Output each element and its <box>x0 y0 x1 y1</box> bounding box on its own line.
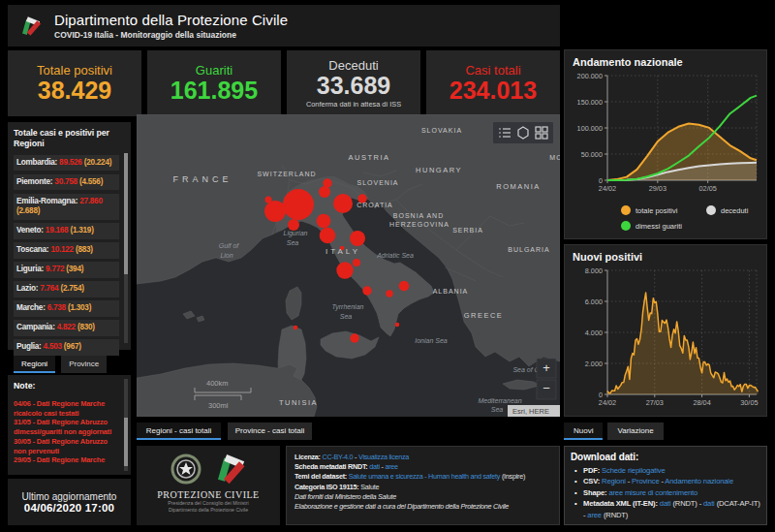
case-bubble[interactable] <box>264 201 286 222</box>
case-bubble[interactable] <box>350 333 358 342</box>
stat-guariti: Guariti 161.895 <box>147 50 281 116</box>
svg-text:02/05: 02/05 <box>699 184 717 193</box>
tab-nuovi[interactable]: Nuovi <box>564 422 603 440</box>
case-bubble[interactable] <box>386 290 392 297</box>
region-row[interactable]: Toscana: 10.122 (883) <box>14 242 119 259</box>
andamento-nazionale-panel: Andamento nazionale 050.000100.000150.00… <box>564 49 767 239</box>
sea-label: Tyrrhenian <box>332 303 364 311</box>
stat-totale-positivi: Totale positivi 38.429 <box>8 50 141 116</box>
country-label: ALBANIA <box>433 288 469 295</box>
link[interactable]: dati <box>660 499 671 508</box>
legend-item: deceduti <box>706 205 759 215</box>
chart-legend: totale positividecedutidimessi guariti <box>573 205 759 231</box>
case-bubble[interactable] <box>399 281 410 292</box>
link[interactable]: aree misure di contenimento <box>608 488 698 497</box>
country-label: BULGARIA <box>508 246 549 253</box>
note-item: 31/05 - Dati Regione Abruzzo dimessi/gua… <box>14 418 121 436</box>
page-subtitle: COVID-19 Italia - Monitoraggio della sit… <box>54 30 288 40</box>
legend-item: dimessi guariti <box>621 221 706 231</box>
case-bubble[interactable] <box>395 323 400 328</box>
tab-province[interactable]: Province <box>61 356 107 373</box>
link[interactable]: aree <box>587 511 602 519</box>
svg-text:28/04: 28/04 <box>693 398 710 407</box>
country-label: MO <box>549 154 560 161</box>
case-bubble[interactable] <box>320 228 336 244</box>
note-item: 04/06 - Dati Regione Marche ricalcolo ca… <box>14 399 121 418</box>
country-label: HERZEGOVINA <box>389 221 450 228</box>
region-row[interactable]: Veneto: 19.168 (1.319) <box>14 223 119 239</box>
svg-text:100.000: 100.000 <box>577 124 603 133</box>
last-update-value: 04/06/2020 17:00 <box>24 502 114 514</box>
country-label: BOSNIA AND <box>393 212 444 219</box>
link[interactable]: Salute umana e sicurezza - Human health … <box>349 472 501 481</box>
svg-text:8.000: 8.000 <box>585 266 603 275</box>
app-header: Dipartimento della Protezione Civile COV… <box>8 5 560 47</box>
region-row[interactable]: Lombardia: 89.526 (20.224) <box>14 155 119 172</box>
tab-regioni[interactable]: Regioni <box>14 356 55 373</box>
download-item: PDF: Schede riepilogative <box>571 465 760 476</box>
region-row[interactable]: Emilia-Romagna: 27.860 (2.688) <box>14 194 119 220</box>
brand-line1: Presidenza del Consiglio dei Ministri <box>168 500 248 507</box>
country-label: SLOVENIA <box>356 179 398 186</box>
region-row[interactable]: Campania: 4.822 (830) <box>14 320 119 336</box>
zoom-out-button: − <box>542 381 550 395</box>
case-bubble[interactable] <box>333 194 353 213</box>
link[interactable]: Andamento nazionale <box>665 477 733 485</box>
case-bubble[interactable] <box>319 186 330 198</box>
region-row[interactable]: Marche: 6.738 (1.303) <box>14 300 119 317</box>
region-row[interactable]: Piemonte: 30.758 (4.556) <box>14 174 119 191</box>
svg-text:24/02: 24/02 <box>599 184 616 193</box>
region-row[interactable]: Liguria: 9.772 (394) <box>14 262 119 278</box>
tab-regioni-casi-totali[interactable]: Regioni - casi totali <box>137 422 221 440</box>
case-bubble[interactable] <box>265 197 272 203</box>
link[interactable]: Schede riepilogative <box>602 466 665 475</box>
link[interactable]: CC-BY-4.0 <box>323 453 354 461</box>
regions-scrollbar[interactable] <box>124 153 128 343</box>
link[interactable]: dati <box>703 499 715 508</box>
svg-text:400km: 400km <box>206 379 229 388</box>
download-list: PDF: Schede riepilogativeCSV: Regioni - … <box>571 465 760 520</box>
country-label: AUSTRIA <box>348 153 389 162</box>
country-label: SWITZERLAND <box>257 171 316 177</box>
nuovi-positivi-chart[interactable]: 02.0004.0006.0008.00024/0227/0328/0430/0… <box>573 265 760 408</box>
link[interactable]: Province <box>632 477 659 485</box>
region-row[interactable]: Lazio: 7.764 (2.754) <box>14 281 119 297</box>
download-panel: Download dati: PDF: Schede riepilogative… <box>564 446 767 525</box>
notes-list: 04/06 - Dati Regione Marche ricalcolo ca… <box>14 399 121 465</box>
svg-text:200.000: 200.000 <box>577 72 603 80</box>
stat-value: 33.689 <box>317 73 390 99</box>
chart-title: Andamento nazionale <box>573 56 759 68</box>
case-bubble[interactable] <box>336 262 353 278</box>
sea-label: Sea of C <box>512 366 540 373</box>
country-label: SERBIA <box>452 227 483 234</box>
notes-scrollbar[interactable] <box>124 379 128 471</box>
country-label: HUNGARY <box>416 166 462 174</box>
case-bubble[interactable] <box>362 286 371 295</box>
link[interactable]: aree <box>385 462 397 471</box>
tab-province-casi-totali[interactable]: Province - casi totali <box>228 422 312 440</box>
nuovi-variazione-tabs: NuoviVariazione <box>564 420 668 440</box>
stat-label: Guariti <box>196 63 232 78</box>
stat-casi-totali: Casi totali 234.013 <box>426 50 560 116</box>
sea-label: Sea <box>340 313 353 320</box>
notes-title: Note: <box>14 381 121 391</box>
svg-text:4.000: 4.000 <box>585 329 603 337</box>
case-bubble[interactable] <box>317 214 331 229</box>
link[interactable]: Visualizza licenza <box>358 453 409 461</box>
link[interactable]: Regioni <box>602 477 626 485</box>
stat-value: 161.895 <box>170 78 258 104</box>
country-label: FRANCE <box>172 174 232 184</box>
regions-list: Lombardia: 89.526 (20.224)Piemonte: 30.7… <box>14 155 119 356</box>
last-update-label: Ultimo aggiornamento <box>22 491 117 502</box>
case-bubble[interactable] <box>294 326 298 330</box>
andamento-nazionale-chart[interactable]: 050.000100.000150.000200.00024/0229/0302… <box>573 70 760 194</box>
italy-bubble-map[interactable]: FRANCESWITZERLANDAUSTRIASLOVENIAHUNGARYS… <box>137 114 560 417</box>
link[interactable]: dati <box>369 462 380 471</box>
sea-label: Lion <box>220 252 232 259</box>
case-bubble[interactable] <box>350 231 365 246</box>
case-bubble[interactable] <box>353 259 360 266</box>
stat-label: Totale positivi <box>37 63 112 78</box>
tab-variazione[interactable]: Variazione <box>607 422 663 440</box>
page-title: Dipartimento della Protezione Civile <box>54 12 288 28</box>
case-bubble[interactable] <box>283 189 314 220</box>
